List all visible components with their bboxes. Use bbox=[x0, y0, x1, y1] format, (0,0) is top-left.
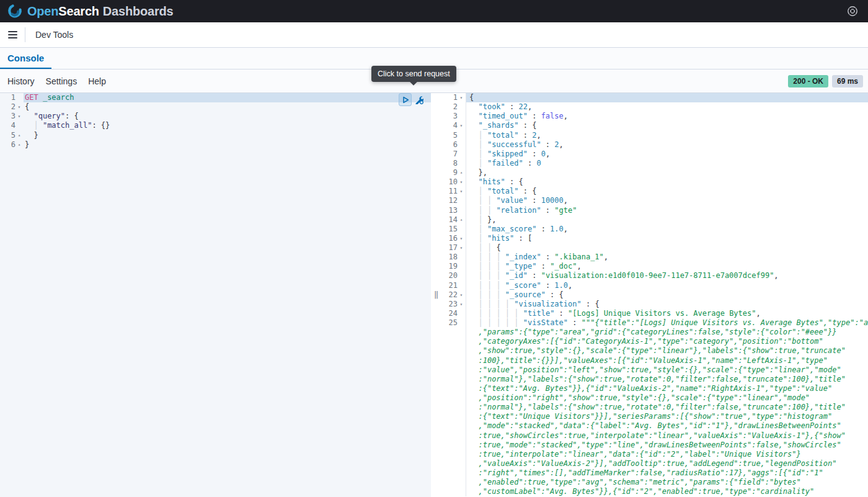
code-line: 2▾{ bbox=[0, 102, 431, 112]
code-text: :"value","position":"left","show":true,"… bbox=[466, 365, 868, 375]
code-text: :true,"showCircles":true,"interpolate":"… bbox=[466, 431, 868, 441]
response-viewer[interactable]: 1▾{2 "took" : 22,3 "timed_out" : false,4… bbox=[441, 93, 868, 497]
fold-end-icon[interactable]: ▴ bbox=[16, 131, 22, 140]
line-number bbox=[441, 450, 466, 459]
code-text: :true,"mode":"stacked","type":"line","dr… bbox=[466, 441, 868, 450]
help-button[interactable] bbox=[844, 3, 861, 19]
code-text: ,"show":true,"style":{},"scale":{"type":… bbox=[466, 346, 868, 356]
code-text: │ "match_all": {} bbox=[24, 121, 431, 130]
code-text: │ │ │ "_source" : { bbox=[466, 290, 868, 300]
fold-open-icon[interactable]: ▾ bbox=[458, 93, 464, 102]
code-text: :100},"title":{}}],"valueAxes":[{"id":"V… bbox=[466, 356, 868, 365]
menu-settings[interactable]: Settings bbox=[46, 76, 78, 86]
fold-open-icon[interactable]: ▾ bbox=[458, 290, 464, 300]
line-number: 5 bbox=[441, 131, 466, 140]
code-text: ,"params":{"type":"area","grid":{"catego… bbox=[466, 328, 868, 337]
code-line: 24 │ │ │ │ │ "title" : "[Logs] Unique Vi… bbox=[441, 309, 868, 318]
breadcrumb: Dev Tools bbox=[35, 30, 73, 40]
fold-open-icon[interactable]: ▾ bbox=[458, 234, 464, 243]
wrench-icon bbox=[415, 96, 423, 104]
code-line: 10▾ "hits" : { bbox=[441, 177, 868, 187]
line-number: 16▾ bbox=[441, 234, 466, 243]
send-request-button[interactable] bbox=[399, 94, 411, 105]
code-line: 19 │ │ │ "_type" : "_doc", bbox=[441, 262, 868, 271]
line-number bbox=[441, 431, 466, 441]
fold-end-icon[interactable]: ▴ bbox=[458, 168, 464, 177]
code-line: 21 │ │ │ "_score" : 1.0, bbox=[441, 281, 868, 290]
line-number: 1▾ bbox=[441, 93, 466, 102]
code-line: 2 "took" : 22, bbox=[441, 102, 868, 112]
fold-open-icon[interactable]: ▾ bbox=[458, 243, 464, 253]
fold-open-icon[interactable]: ▾ bbox=[458, 300, 464, 309]
code-line: 16▾ │ "hits" : [ bbox=[441, 234, 868, 243]
code-line: ,"enabled":true,"type":"avg","schema":"m… bbox=[441, 478, 868, 487]
code-text: { bbox=[24, 102, 431, 112]
code-text: :"normal"},"labels":{"show":true,"rotate… bbox=[466, 403, 868, 412]
line-number: 1 bbox=[0, 93, 24, 102]
code-text: { bbox=[466, 93, 868, 102]
code-text: :"normal"},"labels":{"show":true,"rotate… bbox=[466, 375, 868, 384]
code-line: 9▴ }, bbox=[441, 168, 868, 177]
line-number: 12 bbox=[441, 196, 466, 205]
send-request-tooltip: Click to send request bbox=[371, 66, 456, 82]
line-number: 6 bbox=[441, 140, 466, 150]
code-line: :"normal"},"labels":{"show":true,"rotate… bbox=[441, 403, 868, 412]
code-text: ,"valueAxis":"ValueAxis-2"}],"addTooltip… bbox=[466, 459, 868, 468]
line-number: 11▾ bbox=[441, 187, 466, 196]
line-number: 7 bbox=[441, 150, 466, 159]
status-code-badge: 200 - OK bbox=[788, 75, 828, 87]
fold-end-icon[interactable]: ▴ bbox=[458, 215, 464, 225]
request-actions bbox=[399, 94, 425, 105]
fold-open-icon[interactable]: ▾ bbox=[458, 187, 464, 196]
code-text: │ "failed" : 0 bbox=[466, 159, 868, 168]
response-time-badge: 69 ms bbox=[832, 75, 863, 87]
code-text: "hits" : { bbox=[466, 177, 868, 187]
code-line: 3▾ "query": { bbox=[0, 112, 431, 121]
code-text: } bbox=[24, 131, 431, 140]
pane-splitter[interactable]: ‖ bbox=[431, 93, 441, 497]
code-line: :"value","position":"left","show":true,"… bbox=[441, 365, 868, 375]
code-text: GET _search bbox=[24, 93, 431, 102]
line-number bbox=[441, 459, 466, 468]
line-number bbox=[441, 328, 466, 337]
code-text: │ │ │ "_type" : "_doc", bbox=[466, 262, 868, 271]
line-number: 4 bbox=[0, 121, 24, 130]
code-line: 4 │ "match_all": {} bbox=[0, 121, 431, 130]
tab-console[interactable]: Console bbox=[0, 48, 51, 69]
line-number: 5▴ bbox=[0, 131, 24, 140]
code-text: │ │ │ "_score" : 1.0, bbox=[466, 281, 868, 290]
brand-search: Search bbox=[58, 4, 99, 18]
request-code: 1GET _search2▾{3▾ "query": {4 │ "match_a… bbox=[0, 93, 431, 150]
code-line: :100},"title":{}}],"valueAxes":[{"id":"V… bbox=[441, 356, 868, 365]
menu-hamburger-button[interactable] bbox=[0, 22, 25, 47]
fold-open-icon[interactable]: ▾ bbox=[16, 102, 22, 112]
fold-open-icon[interactable]: ▾ bbox=[458, 177, 464, 187]
fold-open-icon[interactable]: ▾ bbox=[16, 112, 22, 121]
code-line: ,"categoryAxes":[{"id":"CategoryAxis-1",… bbox=[441, 337, 868, 346]
line-number bbox=[441, 375, 466, 384]
menu-help[interactable]: Help bbox=[88, 76, 106, 86]
line-number: 6▴ bbox=[0, 140, 24, 150]
request-options-button[interactable] bbox=[413, 94, 425, 105]
code-text: ,"customLabel":"Avg. Bytes"}},{"id":"2",… bbox=[466, 487, 868, 496]
code-line: 14▴ │ }, bbox=[441, 215, 868, 225]
code-text: │ }, bbox=[466, 215, 868, 225]
code-line: 11▾ │ "total" : { bbox=[441, 187, 868, 196]
code-line: 22▾ │ │ │ "_source" : { bbox=[441, 290, 868, 300]
fold-end-icon[interactable]: ▴ bbox=[16, 140, 22, 150]
code-line: 1▾{ bbox=[441, 93, 868, 102]
request-editor[interactable]: 1GET _search2▾{3▾ "query": {4 │ "match_a… bbox=[0, 93, 431, 497]
line-number bbox=[441, 403, 466, 412]
code-text: │ "total" : 2, bbox=[466, 131, 868, 140]
menu-history[interactable]: History bbox=[7, 76, 35, 86]
code-text: :{"text":"Avg. Bytes"}},{"id":"ValueAxis… bbox=[466, 384, 868, 393]
fold-open-icon[interactable]: ▾ bbox=[458, 121, 464, 130]
code-line: ,"mode":"stacked","data":{"label":"Avg. … bbox=[441, 421, 868, 431]
code-text: ,"mode":"stacked","data":{"label":"Avg. … bbox=[466, 421, 868, 431]
code-line: :{"text":"Avg. Bytes"}},{"id":"ValueAxis… bbox=[441, 384, 868, 393]
play-icon bbox=[402, 96, 409, 104]
code-line: 18 │ │ │ "_index" : ".kibana_1", bbox=[441, 253, 868, 262]
line-number: 18 bbox=[441, 253, 466, 262]
code-text: │ "total" : { bbox=[466, 187, 868, 196]
code-line: 5 │ "total" : 2, bbox=[441, 131, 868, 140]
